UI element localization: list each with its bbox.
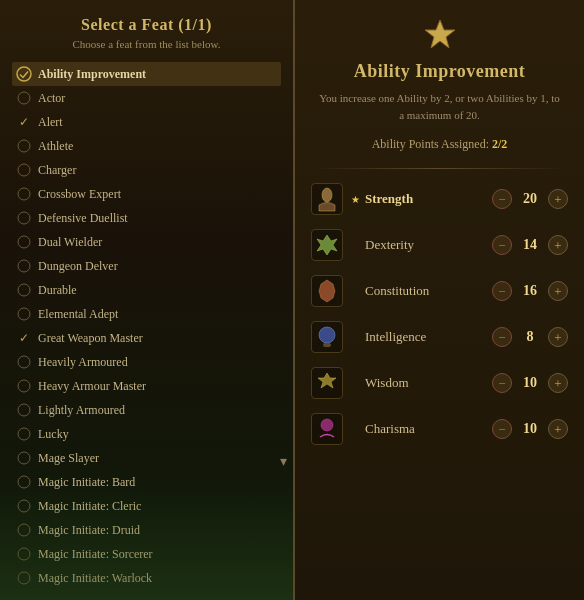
scroll-indicator: ▾ xyxy=(280,453,287,470)
feat-item-heavy-armour-master[interactable]: Heavy Armour Master xyxy=(12,374,281,398)
svg-point-11 xyxy=(18,380,30,392)
feat-icon-magic-initiate-bard xyxy=(16,474,32,490)
feat-item-defensive-duellist[interactable]: Defensive Duellist xyxy=(12,206,281,230)
ability-controls-intelligence: −8+ xyxy=(492,327,568,347)
feat-label-magic-initiate-cleric: Magic Initiate: Cleric xyxy=(38,497,141,515)
feat-item-durable[interactable]: Durable xyxy=(12,278,281,302)
feat-icon-great-weapon-master: ✓ xyxy=(16,330,32,346)
feat-label-lightly-armoured: Lightly Armoured xyxy=(38,401,125,419)
feat-item-alert[interactable]: ✓Alert xyxy=(12,110,281,134)
ability-name-dexterity: Dexterity xyxy=(365,237,492,253)
feat-item-heavily-armoured[interactable]: Heavily Armoured xyxy=(12,350,281,374)
svg-point-10 xyxy=(18,356,30,368)
feat-list: Ability Improvement Actor✓Alert Athlete … xyxy=(12,62,281,592)
svg-point-1 xyxy=(18,92,30,104)
svg-point-13 xyxy=(18,428,30,440)
ability-minus-charisma[interactable]: − xyxy=(492,419,512,439)
ability-value-wisdom: 10 xyxy=(518,375,542,391)
ability-minus-dexterity[interactable]: − xyxy=(492,235,512,255)
feat-icon-defensive-duellist xyxy=(16,210,32,226)
ability-value-charisma: 10 xyxy=(518,421,542,437)
ability-icon-wisdom xyxy=(311,367,343,399)
ability-row-intelligence: Intelligence−8+ xyxy=(311,319,568,355)
ability-minus-intelligence[interactable]: − xyxy=(492,327,512,347)
feat-item-magic-initiate-druid[interactable]: Magic Initiate: Druid xyxy=(12,518,281,542)
svg-point-9 xyxy=(18,308,30,320)
svg-marker-25 xyxy=(425,20,455,48)
feat-icon-heavily-armoured xyxy=(16,354,32,370)
feat-item-elemental-adept[interactable]: Elemental Adept xyxy=(12,302,281,326)
svg-point-18 xyxy=(18,548,30,560)
feat-label-defensive-duellist: Defensive Duellist xyxy=(38,209,128,227)
feat-item-magic-initiate-cleric[interactable]: Magic Initiate: Cleric xyxy=(12,494,281,518)
ability-star-strength: ★ xyxy=(351,194,361,205)
ability-plus-wisdom[interactable]: + xyxy=(548,373,568,393)
feat-item-crossbow-expert[interactable]: Crossbow Expert xyxy=(12,182,281,206)
feat-label-charger: Charger xyxy=(38,161,76,179)
feat-item-actor[interactable]: Actor xyxy=(12,86,281,110)
svg-point-3 xyxy=(18,164,30,176)
feat-item-lucky[interactable]: Lucky xyxy=(12,422,281,446)
feat-label-magic-initiate-bard: Magic Initiate: Bard xyxy=(38,473,135,491)
feat-item-great-weapon-master[interactable]: ✓Great Weapon Master xyxy=(12,326,281,350)
feat-item-dual-wielder[interactable]: Dual Wielder xyxy=(12,230,281,254)
ability-plus-intelligence[interactable]: + xyxy=(548,327,568,347)
ability-row-dexterity: Dexterity−14+ xyxy=(311,227,568,263)
divider xyxy=(311,168,568,169)
ability-plus-charisma[interactable]: + xyxy=(548,419,568,439)
ability-minus-wisdom[interactable]: − xyxy=(492,373,512,393)
feat-item-magic-initiate-wizard[interactable]: Magic Initiate: Wizard xyxy=(12,590,281,592)
feat-label-crossbow-expert: Crossbow Expert xyxy=(38,185,121,203)
svg-point-6 xyxy=(18,236,30,248)
feat-icon-charger xyxy=(16,162,32,178)
feat-icon-magic-initiate-warlock xyxy=(16,570,32,586)
feat-label-magic-initiate-sorcerer: Magic Initiate: Sorcerer xyxy=(38,545,153,563)
ability-name-charisma: Charisma xyxy=(365,421,492,437)
feat-label-magic-initiate-warlock: Magic Initiate: Warlock xyxy=(38,569,152,587)
ability-row-constitution: Constitution−16+ xyxy=(311,273,568,309)
feat-label-dungeon-delver: Dungeon Delver xyxy=(38,257,118,275)
feat-item-magic-initiate-bard[interactable]: Magic Initiate: Bard xyxy=(12,470,281,494)
feat-label-actor: Actor xyxy=(38,89,65,107)
ability-minus-strength[interactable]: − xyxy=(492,189,512,209)
ability-icon-intelligence xyxy=(311,321,343,353)
ability-name-wisdom: Wisdom xyxy=(365,375,492,391)
feat-label-dual-wielder: Dual Wielder xyxy=(38,233,102,251)
feat-icon-elemental-adept xyxy=(16,306,32,322)
panel-title: Select a Feat (1/1) xyxy=(12,16,281,34)
feat-label-durable: Durable xyxy=(38,281,77,299)
svg-point-4 xyxy=(18,188,30,200)
ability-minus-constitution[interactable]: − xyxy=(492,281,512,301)
svg-rect-28 xyxy=(323,343,331,347)
ability-name-constitution: Constitution xyxy=(365,283,492,299)
feat-icon-dual-wielder xyxy=(16,234,32,250)
feat-item-athlete[interactable]: Athlete xyxy=(12,134,281,158)
ability-value-strength: 20 xyxy=(518,191,542,207)
ability-controls-charisma: −10+ xyxy=(492,419,568,439)
svg-point-12 xyxy=(18,404,30,416)
feat-item-ability-improvement[interactable]: Ability Improvement xyxy=(12,62,281,86)
feat-label-magic-initiate-druid: Magic Initiate: Druid xyxy=(38,521,140,539)
ability-plus-strength[interactable]: + xyxy=(548,189,568,209)
ability-controls-constitution: −16+ xyxy=(492,281,568,301)
ability-value-intelligence: 8 xyxy=(518,329,542,345)
feat-item-dungeon-delver[interactable]: Dungeon Delver xyxy=(12,254,281,278)
ability-plus-dexterity[interactable]: + xyxy=(548,235,568,255)
feat-item-mage-slayer[interactable]: Mage Slayer xyxy=(12,446,281,470)
svg-point-27 xyxy=(319,327,335,343)
ability-plus-constitution[interactable]: + xyxy=(548,281,568,301)
feat-item-lightly-armoured[interactable]: Lightly Armoured xyxy=(12,398,281,422)
feat-label-ability-improvement: Ability Improvement xyxy=(38,65,146,83)
svg-point-15 xyxy=(18,476,30,488)
feat-item-charger[interactable]: Charger xyxy=(12,158,281,182)
right-panel: Ability Improvement You increase one Abi… xyxy=(295,0,584,600)
feat-icon-magic-initiate-cleric xyxy=(16,498,32,514)
ability-rows: ★Strength−20+Dexterity−14+Constitution−1… xyxy=(311,181,568,457)
ability-icon-strength xyxy=(311,183,343,215)
feat-item-magic-initiate-sorcerer[interactable]: Magic Initiate: Sorcerer xyxy=(12,542,281,566)
feat-item-magic-initiate-warlock[interactable]: Magic Initiate: Warlock xyxy=(12,566,281,590)
feat-icon-actor xyxy=(16,90,32,106)
feat-label-lucky: Lucky xyxy=(38,425,69,443)
svg-point-14 xyxy=(18,452,30,464)
ability-icon-dexterity xyxy=(311,229,343,261)
